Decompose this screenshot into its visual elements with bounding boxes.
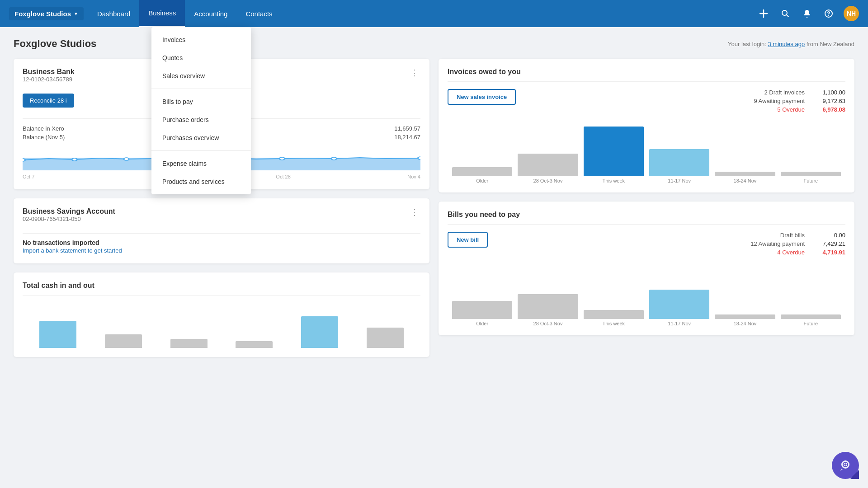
bills-card: Bills you need to pay New bill Draft bil… <box>439 202 854 335</box>
svg-point-5 <box>72 158 77 161</box>
bank-account-number: 12-0102-03456789 <box>23 76 75 83</box>
cash-bar-3 <box>158 339 220 348</box>
cash-bar-blue-1 <box>39 321 76 348</box>
top-navigation: Foxglove Studios ▼ Dashboard Business Ac… <box>0 0 868 27</box>
bills-stat-awaiting: 12 Awaiting payment 7,429.21 <box>750 240 845 247</box>
savings-account-number: 02-0908-7654321-050 <box>23 216 115 222</box>
invoices-owed-title: Invoices owed to you <box>448 68 845 76</box>
dropdown-item-purchases-overview[interactable]: Purchases overview <box>151 129 251 147</box>
bills-action-row: New bill Draft bills 0.00 12 Awaiting pa… <box>448 232 845 258</box>
bills-chart-older: Older <box>452 301 512 326</box>
page-title: Foxglove Studios <box>14 38 96 50</box>
cash-bar-6 <box>354 328 416 348</box>
savings-account-title: Business Savings Account <box>23 207 115 216</box>
bank-account-title: Business Bank <box>23 68 75 76</box>
bills-stats: Draft bills 0.00 12 Awaiting payment 7,4… <box>750 232 845 258</box>
chart-bar-older: Older <box>452 167 512 183</box>
nav-accounting[interactable]: Accounting <box>185 0 236 27</box>
dropdown-item-bills-to-pay[interactable]: Bills to pay <box>151 93 251 111</box>
bills-chart-future: Future <box>781 314 841 326</box>
user-avatar[interactable]: NH <box>844 6 859 21</box>
cash-bar-5 <box>289 316 351 348</box>
savings-account-card: Business Savings Account 02-0908-7654321… <box>14 198 429 263</box>
no-transactions-label: No transactions imported <box>23 239 420 246</box>
invoice-stats: 2 Draft invoices 1,100.00 9 Awaiting pay… <box>754 89 846 115</box>
svg-point-10 <box>331 157 336 160</box>
right-column: Invoices owed to you New sales invoice 2… <box>439 59 854 357</box>
invoices-bar-chart: Older 28 Oct-3 Nov This week 11-17 Nov <box>448 120 845 183</box>
bills-chart-oct: 28 Oct-3 Nov <box>518 294 578 326</box>
cash-bar-1 <box>27 321 89 348</box>
svg-point-4 <box>23 159 25 161</box>
dropdown-item-products-and-services[interactable]: Products and services <box>151 173 251 191</box>
business-dropdown: Invoices Quotes Sales overview Bills to … <box>151 27 251 194</box>
bank-account-options[interactable]: ⋮ <box>409 68 420 78</box>
chart-bar-this-week: This week <box>584 127 644 183</box>
cash-bar-gray-4 <box>367 328 404 348</box>
total-cash-title: Total cash in and out <box>23 282 420 290</box>
nav-links: Dashboard Business Accounting Contacts <box>88 0 757 27</box>
new-bill-button[interactable]: New bill <box>448 232 488 248</box>
dashboard-grid: Business Bank 12-0102-03456789 ⋮ Reconci… <box>14 59 854 357</box>
invoice-stat-overdue: 5 Overdue 6,978.08 <box>754 106 846 113</box>
bills-stat-overdue: 4 Overdue 4,719.91 <box>750 249 845 256</box>
total-cash-card: Total cash in and out <box>14 272 429 357</box>
total-cash-chart <box>23 303 420 348</box>
brand-chevron: ▼ <box>74 11 78 16</box>
brand-button[interactable]: Foxglove Studios ▼ <box>9 7 84 20</box>
cash-bar-gray-3 <box>236 341 273 348</box>
svg-point-2 <box>828 15 829 16</box>
dropdown-item-invoices[interactable]: Invoices <box>151 31 251 49</box>
invoice-action-row: New sales invoice 2 Draft invoices 1,100… <box>448 89 845 115</box>
svg-point-9 <box>279 157 284 160</box>
cash-bar-4 <box>223 341 285 348</box>
help-icon[interactable] <box>822 7 835 20</box>
bills-title: Bills you need to pay <box>448 211 845 219</box>
new-sales-invoice-button[interactable]: New sales invoice <box>448 89 516 105</box>
cash-bar-gray-1 <box>105 334 142 348</box>
last-login-time[interactable]: 3 minutes ago <box>768 41 805 47</box>
nav-contacts[interactable]: Contacts <box>236 0 281 27</box>
cash-bar-blue-2 <box>301 316 338 348</box>
import-bank-statement-link[interactable]: Import a bank statement to get started <box>23 247 122 254</box>
page-header: Foxglove Studios Your last login: 3 minu… <box>14 38 854 50</box>
notification-icon[interactable] <box>800 7 814 20</box>
svg-point-6 <box>124 158 129 160</box>
svg-point-11 <box>418 157 420 160</box>
nav-dashboard[interactable]: Dashboard <box>88 0 139 27</box>
dropdown-item-purchase-orders[interactable]: Purchase orders <box>151 111 251 129</box>
cash-bar-gray-2 <box>170 339 208 348</box>
dropdown-item-sales-overview[interactable]: Sales overview <box>151 67 251 85</box>
chart-bar-oct: 28 Oct-3 Nov <box>518 154 578 183</box>
add-icon[interactable] <box>757 7 770 20</box>
invoice-stat-awaiting: 9 Awaiting payment 9,172.63 <box>754 98 846 104</box>
chart-bar-18-24: 18-24 Nov <box>715 172 775 183</box>
bills-chart-11-17: 11-17 Nov <box>649 290 709 326</box>
dropdown-item-quotes[interactable]: Quotes <box>151 49 251 67</box>
last-login-info: Your last login: 3 minutes ago from New … <box>728 41 854 47</box>
nav-right: NH <box>757 6 859 21</box>
savings-account-options[interactable]: ⋮ <box>409 207 420 217</box>
main-content: Foxglove Studios Your last login: 3 minu… <box>0 27 868 368</box>
bills-stat-draft: Draft bills 0.00 <box>750 232 845 239</box>
dropdown-item-expense-claims[interactable]: Expense claims <box>151 155 251 173</box>
invoices-owed-card: Invoices owed to you New sales invoice 2… <box>439 59 854 192</box>
cash-bar-2 <box>93 334 155 348</box>
chart-bar-11-17: 11-17 Nov <box>649 149 709 183</box>
nav-business[interactable]: Business <box>139 0 185 27</box>
chart-bar-future: Future <box>781 172 841 183</box>
bills-bar-chart: Older 28 Oct-3 Nov This week 11-17 Nov <box>448 263 845 326</box>
brand-name: Foxglove Studios <box>14 10 71 18</box>
search-icon[interactable] <box>778 7 792 20</box>
bills-chart-18-24: 18-24 Nov <box>715 314 775 326</box>
bills-chart-this-week: This week <box>584 310 644 326</box>
savings-account-header: Business Savings Account 02-0908-7654321… <box>23 207 420 228</box>
reconcile-button[interactable]: Reconcile 28 i <box>23 94 74 108</box>
invoice-stat-draft: 2 Draft invoices 1,100.00 <box>754 89 846 96</box>
